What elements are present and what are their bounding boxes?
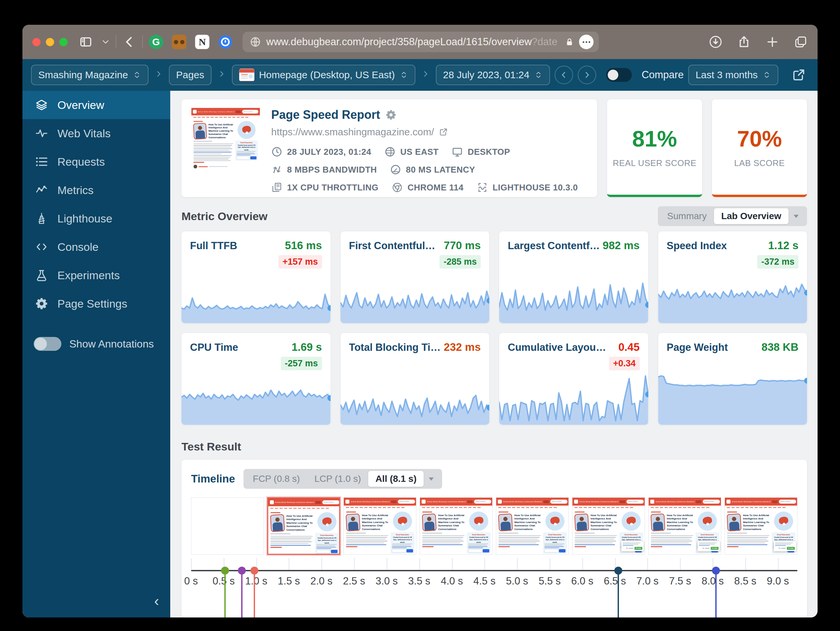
date-range-selector[interactable]: Last 3 months (688, 65, 778, 85)
bandwidth-icon (271, 164, 283, 175)
sidebar-item-experiments[interactable]: Experiments (22, 261, 170, 289)
timeline-card: Timeline FCP (0.8 s)LCP (1.0 s)All (8.1 … (182, 460, 807, 617)
chrome-icon (392, 182, 403, 193)
thumb-header: Articles Books Workshops Conferences Mem… (496, 498, 569, 506)
screen: G N www.debugbear.com/project/358/pageLo… (0, 0, 840, 631)
sidebar-toggle-icon[interactable] (79, 35, 93, 49)
timeline-axis-line (191, 570, 797, 571)
sidebar-item-lighthouse[interactable]: Lighthouse (22, 204, 170, 232)
zoom-window-button[interactable] (59, 38, 68, 46)
metric-view-dropdown-icon[interactable] (792, 212, 801, 220)
load-marker[interactable] (712, 567, 720, 574)
filmstrip-frame-7[interactable]: Articles Books Workshops Conferences Mem… (648, 497, 721, 555)
metric-card-first-contentful-paint[interactable]: First Contentful Paint770 ms-285 ms (341, 231, 489, 323)
url-more-button[interactable] (579, 35, 594, 49)
thumb-newsletter-card: Email NewsletterUseful front-end & UX ti… (543, 532, 567, 554)
prev-test-button[interactable] (554, 66, 573, 84)
updown-icon (763, 69, 771, 81)
smashing-logo (498, 500, 502, 504)
sidebar-item-console[interactable]: Console (22, 232, 170, 261)
smashing-logo (574, 500, 578, 504)
thumb-nav-links: Articles Books Workshops Conferences Mem… (351, 501, 390, 503)
thumbnail-page: Articles Books Workshops Conferences Mem… (649, 498, 721, 554)
page-selector[interactable]: Homepage (Desktop, US East) (232, 65, 415, 85)
report-settings-icon[interactable] (385, 109, 396, 120)
metric-sparkline-chart (499, 267, 648, 323)
next-test-button[interactable] (578, 66, 596, 84)
lcp-marker[interactable] (250, 567, 258, 574)
bear-extension-icon[interactable] (172, 35, 186, 49)
ttfb-marker[interactable] (221, 567, 229, 574)
metric-card-total-blocking-time[interactable]: Total Blocking Time232 ms (341, 333, 489, 425)
sidebar-item-requests[interactable]: Requests (22, 147, 170, 176)
thumb-newsletter-card: Email NewsletterUseful front-end & UX ti… (467, 532, 491, 554)
grammarly-extension-icon[interactable]: G (149, 35, 163, 49)
sidebar-collapse-button[interactable]: ‹ (154, 594, 159, 608)
notion-extension-icon[interactable]: N (195, 35, 210, 49)
timeline-view-dropdown-icon[interactable] (427, 474, 436, 483)
sidebar-item-web-vitals[interactable]: Web Vitals (22, 119, 170, 147)
open-external-icon[interactable] (791, 68, 806, 82)
minimize-window-button[interactable] (46, 38, 54, 46)
axis-tick (517, 558, 518, 570)
metric-card-page-weight[interactable]: Page Weight838 KB (658, 333, 807, 425)
sidebar-item-overview[interactable]: Overview (22, 91, 170, 119)
external-link-icon[interactable] (439, 127, 448, 137)
date-selector[interactable]: 28 July 2023, 01:24 (436, 65, 550, 85)
report-url-link[interactable]: https://www.smashingmagazine.com/ (271, 127, 434, 138)
thumb-header: Articles Books Workshops Conferences Mem… (649, 498, 721, 506)
thumb-illustration (393, 512, 412, 531)
back-icon[interactable] (122, 35, 136, 49)
compare-toggle[interactable] (606, 68, 632, 82)
thumbnail-page: Articles Books Workshops Conferences Mem… (725, 498, 797, 554)
timeline-view-tab-all-8-1-s[interactable]: All (8.1 s) (368, 471, 424, 487)
filmstrip-frame-3[interactable]: Articles Books Workshops Conferences Mem… (343, 497, 416, 555)
onepassword-extension-icon[interactable] (218, 35, 233, 49)
interactive-marker[interactable] (614, 567, 622, 574)
sidebar: OverviewWeb VitalsRequestsMetricsLightho… (22, 91, 170, 617)
thumb-header: Articles Books Workshops Conferences Mem… (344, 498, 416, 506)
metric-sparkline-chart (341, 267, 489, 323)
report-thumbnail: Articles Books Workshops Conferences Mem… (191, 108, 260, 188)
axis-tick (387, 558, 387, 570)
thumbnail-page: Articles Books Workshops Conferences Mem… (572, 498, 645, 554)
share-icon[interactable] (737, 35, 751, 49)
downloads-icon[interactable] (709, 35, 723, 49)
filmstrip-frame-2[interactable]: Articles Books Workshops Conferences Mem… (267, 497, 340, 555)
sidebar-item-page-settings[interactable]: Page Settings (22, 289, 170, 318)
timeline-view-tab-lcp-1-0-s[interactable]: LCP (1.0 s) (307, 471, 368, 487)
filmstrip-frame-5[interactable]: Articles Books Workshops Conferences Mem… (496, 497, 569, 555)
project-selector[interactable]: Smashing Magazine (31, 65, 148, 85)
metric-card-full-ttfb[interactable]: Full TTFB516 ms+157 ms (182, 231, 331, 323)
close-window-button[interactable] (32, 38, 41, 46)
breadcrumb-pages[interactable]: Pages (169, 65, 212, 85)
report-meta-label: CHROME 114 (407, 182, 464, 193)
timeline-view-tab-fcp-0-8-s[interactable]: FCP (0.8 s) (245, 471, 307, 487)
axis-tick (582, 558, 583, 570)
sidebar-item-metrics[interactable]: Metrics (22, 176, 170, 204)
report-meta-item: DESKTOP (452, 146, 510, 157)
thumb-join-button (620, 500, 625, 503)
filmstrip-frame-8[interactable]: Articles Books Workshops Conferences Mem… (725, 497, 797, 555)
thumb-header: Articles Books Workshops Conferences Mem… (268, 498, 340, 506)
metric-card-cumulative-layout-shift[interactable]: Cumulative Layout Shift0.45+0.34 (499, 333, 648, 425)
metric-view-tab-lab-overview[interactable]: Lab Overview (714, 208, 788, 224)
axis-tick (549, 558, 550, 570)
thumb-search-input: Search articles... (703, 500, 720, 504)
filmstrip-frame-1[interactable] (191, 497, 264, 555)
chevron-down-icon[interactable] (101, 38, 110, 46)
metric-view-tab-summary[interactable]: Summary (660, 208, 714, 224)
lab-score-card: 70% LAB SCORE (712, 99, 807, 197)
metric-card-cpu-time[interactable]: CPU Time1.69 s-257 ms (182, 333, 331, 425)
fcp-marker[interactable] (238, 567, 246, 574)
thumb-subnav (191, 115, 260, 119)
address-bar[interactable]: www.debugbear.com/project/358/pageLoad/1… (243, 32, 599, 52)
tabs-overview-icon[interactable] (794, 35, 808, 49)
filmstrip-frame-6[interactable]: Articles Books Workshops Conferences Mem… (572, 497, 645, 555)
metric-card-speed-index[interactable]: Speed Index1.12 s-372 ms (658, 231, 807, 323)
metric-title: Cumulative Layout Shift (508, 341, 606, 370)
metric-card-largest-contentful-paint[interactable]: Largest Contentful Paint982 ms (499, 231, 648, 323)
show-annotations-toggle[interactable] (34, 337, 62, 351)
new-tab-icon[interactable] (766, 35, 779, 49)
filmstrip-frame-4[interactable]: Articles Books Workshops Conferences Mem… (420, 497, 493, 555)
